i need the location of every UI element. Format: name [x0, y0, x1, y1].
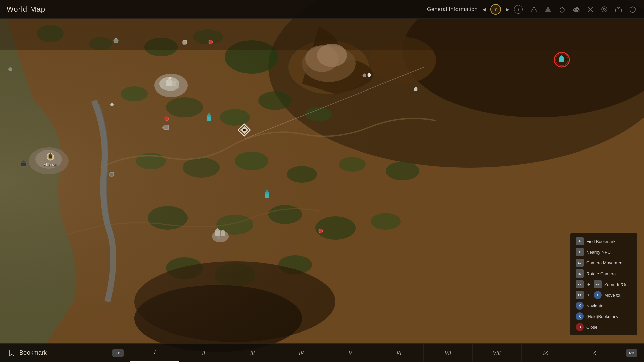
general-info-section: General Information ◀ Y ▶ i: [427, 4, 523, 15]
svg-point-95: [603, 8, 605, 10]
svg-point-91: [575, 7, 579, 11]
control-zoom: LT + RS Zoom In/Out: [576, 280, 632, 288]
nav-prev-arrow[interactable]: ◀: [480, 6, 488, 13]
filter-drop-icon[interactable]: [557, 5, 567, 14]
filter-shield-icon[interactable]: [628, 5, 637, 14]
hold-bookmark-label: (Hold)Bookmark: [586, 314, 618, 319]
control-close: B Close: [576, 323, 632, 331]
controls-panel: ✛ Find Bookmark ✛ Nearby NPC LS Camera M…: [570, 233, 637, 335]
filter-circle-icon[interactable]: [600, 5, 609, 14]
svg-rect-78: [169, 77, 171, 79]
bookmark-section[interactable]: Bookmark: [0, 344, 109, 362]
y-button[interactable]: Y: [490, 4, 501, 15]
svg-rect-63: [265, 193, 269, 198]
filter-icons: [529, 5, 637, 14]
tab-IX[interactable]: IX: [522, 344, 571, 362]
tab-I[interactable]: I: [130, 344, 179, 362]
tab-VII[interactable]: VII: [424, 344, 473, 362]
tab-III[interactable]: III: [228, 344, 277, 362]
enemy-marker-4: [318, 229, 323, 235]
close-label: Close: [586, 325, 597, 330]
bookmark-label: Bookmark: [19, 349, 47, 356]
svg-rect-85: [217, 236, 220, 239]
svg-rect-79: [172, 81, 176, 86]
zoom-label: Zoom In/Out: [604, 282, 629, 287]
svg-point-40: [317, 44, 347, 67]
svg-marker-82: [215, 228, 220, 231]
enemy-marker-3: [362, 73, 366, 79]
svg-rect-57: [21, 162, 26, 166]
x-button-3: X: [576, 312, 584, 320]
control-nearby-npc: ✛ Nearby NPC: [576, 248, 632, 256]
lt-button-2: LT: [576, 291, 584, 299]
enemy-marker-2: [164, 116, 169, 122]
svg-rect-72: [164, 125, 169, 130]
building-marker-2: [264, 190, 270, 200]
svg-point-70: [8, 67, 12, 71]
filter-flag-icon[interactable]: [543, 5, 553, 14]
svg-point-68: [414, 87, 417, 91]
filter-cloud-icon[interactable]: [572, 5, 581, 14]
settlement-marker-1: [182, 40, 187, 46]
filter-mountain-icon[interactable]: [529, 5, 539, 14]
svg-rect-62: [208, 113, 210, 115]
svg-rect-48: [561, 55, 562, 56]
tab-II[interactable]: II: [179, 344, 228, 362]
npc-dot-1: [109, 172, 114, 178]
svg-point-80: [212, 230, 229, 242]
svg-rect-65: [266, 190, 268, 192]
tab-V[interactable]: V: [326, 344, 375, 362]
tab-VIII[interactable]: VIII: [473, 344, 522, 362]
svg-marker-86: [531, 7, 537, 12]
plus-button-1: ✛: [576, 237, 584, 245]
svg-point-73: [114, 38, 118, 43]
info-icon[interactable]: i: [514, 5, 523, 14]
x-button-1: X: [594, 291, 602, 299]
building-marker-1: [206, 113, 212, 123]
tab-section: LB I II III IV V VI VII VIII IX X RB: [109, 344, 644, 362]
svg-marker-58: [21, 160, 27, 162]
city-altinova-marker[interactable]: Altinova: [44, 153, 57, 167]
svg-rect-81: [215, 231, 220, 236]
filter-horns-icon[interactable]: [614, 5, 623, 14]
x-button-2: X: [576, 302, 584, 310]
tab-X[interactable]: X: [570, 344, 619, 362]
svg-rect-83: [221, 231, 225, 236]
top-bar: World Map General Information ◀ Y ▶ i: [0, 0, 644, 19]
rs-button-2: RS: [594, 280, 602, 288]
tab-VI[interactable]: VI: [375, 344, 424, 362]
svg-rect-52: [50, 153, 51, 155]
player-cursor-icon: [237, 123, 251, 137]
rotate-camera-label: Rotate Camera: [586, 271, 616, 276]
lt-button-1: LT: [576, 280, 584, 288]
rb-button[interactable]: RB: [626, 349, 637, 357]
map-container[interactable]: Altinova: [0, 0, 644, 362]
bookmark-icon: [8, 349, 15, 357]
npc-marker-1: [20, 160, 28, 168]
svg-rect-59: [207, 116, 211, 121]
svg-point-55: [363, 74, 366, 77]
svg-marker-87: [545, 6, 551, 12]
svg-rect-74: [183, 40, 187, 44]
city-name-altinova: Altinova: [44, 163, 57, 167]
village-marker: [211, 225, 230, 244]
lb-button[interactable]: LB: [112, 349, 124, 357]
ruins-structure: [162, 76, 180, 93]
nearby-npc-label: Nearby NPC: [586, 250, 611, 255]
find-bookmark-label: Find Bookmark: [586, 239, 615, 244]
control-find-bookmark: ✛ Find Bookmark: [576, 237, 632, 245]
filter-sword-icon[interactable]: [586, 5, 595, 14]
bottom-bar: Bookmark LB I II III IV V VI VII VIII IX…: [0, 343, 644, 362]
tab-IV[interactable]: IV: [277, 344, 326, 362]
svg-point-53: [209, 40, 213, 44]
svg-rect-46: [559, 57, 564, 62]
control-navigate: X Navigate: [576, 302, 632, 310]
general-info-label: General Information: [427, 6, 478, 12]
ruins-marker: [113, 38, 119, 45]
control-move-to: LT + X Move to: [576, 291, 632, 299]
move-to-label: Move to: [604, 293, 620, 298]
small-marker-4: [163, 124, 170, 132]
nav-next-arrow[interactable]: ▶: [504, 6, 511, 13]
svg-point-94: [602, 7, 607, 12]
page-title: World Map: [7, 5, 45, 14]
